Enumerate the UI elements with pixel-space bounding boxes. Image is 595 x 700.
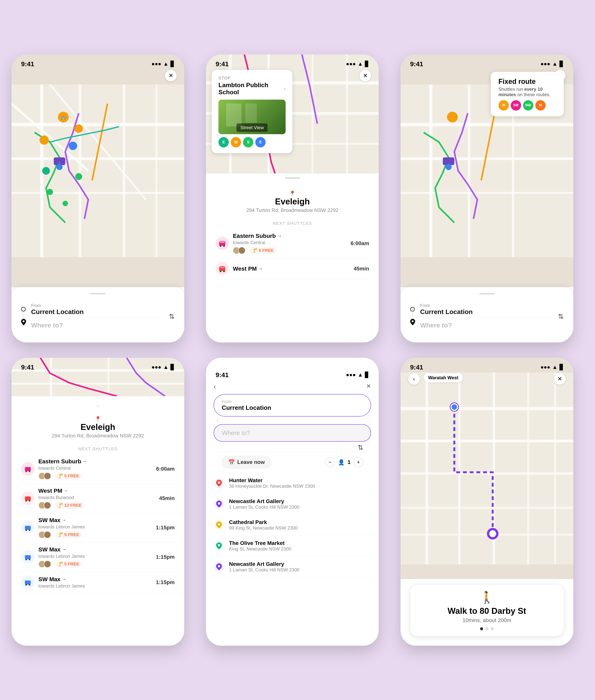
badge-e2: E — [255, 137, 266, 147]
phone-2: 9:41 ●●● ▲ ▊ — [206, 55, 379, 342]
suggestion-name-5: Newcastle Art Gallery — [229, 561, 300, 567]
pax-minus[interactable]: − — [325, 457, 335, 467]
shuttle-4-info-3: SW Max → towards Lebron James 🦵 5 FREE — [38, 517, 152, 538]
map-3: 9:41 ●●● ▲ ▊ — [401, 55, 573, 287]
to-placeholder-3[interactable]: Where to? — [420, 319, 555, 330]
from-label-5: From — [222, 399, 363, 404]
fixed-route-popup: Fixed route Shuttles run every 10 minute… — [491, 72, 564, 116]
svg-point-88 — [489, 530, 496, 537]
back-btn-5[interactable]: ‹ — [214, 383, 216, 391]
svg-point-38 — [223, 271, 225, 272]
svg-rect-5 — [79, 84, 81, 257]
shuttle-4-4[interactable]: SW Max → towards Lebron James 🦵 5 FREE 1… — [11, 542, 184, 572]
shuttle-4-info-2: West PM → towards Burwood 🦵 12 FREE — [38, 487, 155, 509]
close-button-2[interactable]: ✕ — [360, 70, 371, 81]
shuttle-4-1[interactable]: Eastern Suburb → towards Central 🦵 5 FRE… — [11, 454, 184, 484]
location-chip-6: Waratah West — [424, 373, 463, 382]
chevron-down-icon: ⌄ — [96, 402, 100, 408]
shuttle-4-2[interactable]: West PM → towards Burwood 🦵 12 FREE 45mi… — [11, 484, 184, 513]
suggestion-icon-2 — [214, 499, 224, 509]
svg-point-13 — [75, 124, 83, 133]
svg-rect-55 — [25, 467, 31, 471]
shuttle-row-1: Eastern Suburb → towards Central 🦵 5 FRE… — [216, 229, 369, 258]
svg-point-74 — [218, 565, 220, 567]
close-btn-6[interactable]: ✕ — [554, 373, 566, 385]
shuttle-4-meta-2: 🦵 12 FREE — [38, 502, 155, 509]
pax-count: 1 — [348, 459, 351, 465]
shuttle-4-5[interactable]: SW Max → towards Lebron James 1:15pm — [11, 572, 184, 593]
location-pin-icon: 📍 — [216, 190, 369, 197]
shuttle-4-towards-3: towards Lebron James — [38, 524, 152, 530]
chevron-down-4: ⌄ — [21, 402, 175, 408]
svg-rect-64 — [25, 555, 31, 559]
swap-button-3[interactable]: ⇅ — [558, 312, 564, 320]
stop-label: Stop — [219, 76, 286, 81]
to-pin — [21, 319, 26, 326]
leave-now-button[interactable]: 📅 Leave now — [221, 456, 272, 469]
dots-indicator — [418, 627, 556, 630]
avatar-4-stack-3 — [38, 531, 49, 538]
suggestion-2[interactable]: Newcastle Art Gallery 1 Laman St, Cooks … — [206, 494, 379, 514]
map-svg-6 — [401, 358, 573, 579]
shuttle-4-free-4: 🦵 5 FREE — [55, 561, 82, 567]
svg-rect-67 — [25, 581, 31, 584]
swap-button-5[interactable]: ⇅ — [358, 444, 363, 452]
battery-icon-4: ▊ — [170, 364, 175, 370]
shuttle-info-1: Eastern Suburb → towards Central 🦵 5 FRE… — [233, 233, 347, 254]
shuttle-4-free-2: 🦵 12 FREE — [55, 502, 84, 509]
swap-button-1[interactable]: ⇅ — [169, 312, 175, 320]
suggestion-1[interactable]: Hunter Water 36 Honeysuckle Dr, Newcastl… — [206, 473, 379, 494]
shuttle-4-info-4: SW Max → towards Lebron James 🦵 5 FREE — [38, 546, 152, 568]
signal-icon-4: ●●● — [152, 364, 162, 370]
svg-point-89 — [452, 404, 457, 410]
svg-point-72 — [218, 523, 220, 526]
from-label-1: From — [31, 303, 166, 308]
panel-handle-2 — [285, 177, 300, 179]
stop-name: Lambton Publich School — [219, 82, 272, 96]
svg-rect-82 — [458, 372, 460, 564]
suggestion-4[interactable]: The Olive Tree Market King St, Newcastle… — [206, 535, 379, 556]
suggestion-text-4: The Olive Tree Market King St, Newcastle… — [229, 540, 291, 552]
street-view-label[interactable]: Street View — [236, 123, 267, 132]
wifi-icon-5: ▲ — [358, 372, 363, 378]
eveleigh-panel: 📍 Eveleigh 294 Turton Rd, Broadmeadow NS… — [206, 173, 379, 342]
stop-arrow[interactable]: › — [284, 86, 286, 92]
svg-point-70 — [218, 481, 220, 484]
walk-section: 🚶 Walk to 80 Darby St 10mins, about 200m — [401, 579, 573, 646]
suggestion-5[interactable]: Newcastle Art Gallery 1 Laman St, Cooks … — [206, 556, 379, 577]
svg-point-66 — [29, 559, 30, 560]
to-placeholder-1[interactable]: Where to? — [31, 319, 166, 330]
svg-rect-44 — [468, 84, 471, 257]
wifi-icon-2: ▲ — [358, 61, 363, 67]
close-btn-5[interactable]: ✕ — [366, 383, 371, 389]
phone-1: 9:41 ●●● ▲ ▊ — [11, 55, 184, 342]
shuttle-scroll-4[interactable]: ⌄ 📍 Eveleigh 294 Turton Rd, Broadmeadow … — [11, 396, 184, 646]
svg-rect-32 — [220, 241, 225, 243]
svg-point-12 — [39, 136, 49, 145]
eveleigh-address-2: 294 Turton Rd, Broadmeadow NSW 2292 — [216, 207, 369, 213]
suggestion-text-1: Hunter Water 36 Honeysuckle Dr, Newcastl… — [229, 477, 315, 489]
suggestion-text-5: Newcastle Art Gallery 1 Laman St, Cooks … — [229, 561, 300, 572]
back-btn-6[interactable]: ‹ — [408, 373, 420, 385]
panel-handle-3 — [479, 293, 494, 295]
pax-plus[interactable]: + — [353, 457, 363, 467]
badge-s: S — [243, 137, 253, 147]
close-button-1[interactable]: ✕ — [165, 70, 177, 81]
svg-rect-85 — [554, 372, 556, 564]
shuttle-4-info-1: Eastern Suburb → towards Central 🦵 5 FRE… — [38, 458, 152, 480]
from-value-5: Current Location — [222, 404, 363, 411]
badge-e: E — [219, 137, 229, 147]
from-dot — [21, 307, 26, 311]
badge-nw-fixed: NW — [523, 100, 533, 111]
shuttle-4-3[interactable]: SW Max → towards Lebron James 🦵 5 FREE 1… — [11, 513, 184, 542]
svg-point-73 — [218, 544, 220, 547]
svg-rect-43 — [429, 84, 432, 257]
walk-card: 🚶 Walk to 80 Darby St 10mins, about 200m — [410, 585, 564, 636]
from-box-5[interactable]: From Current Location — [214, 394, 371, 417]
suggestion-3[interactable]: Cathedral Park 99 King St, Newcastle NSW… — [206, 514, 379, 535]
to-box-5[interactable]: Where to? — [214, 424, 371, 442]
shuttle-4-icon-4 — [21, 550, 34, 564]
eveleigh-section-4: ⌄ 📍 Eveleigh 294 Turton Rd, Broadmeadow … — [11, 396, 184, 451]
svg-rect-52 — [11, 383, 184, 385]
eveleigh-name-2: Eveleigh — [216, 197, 369, 206]
